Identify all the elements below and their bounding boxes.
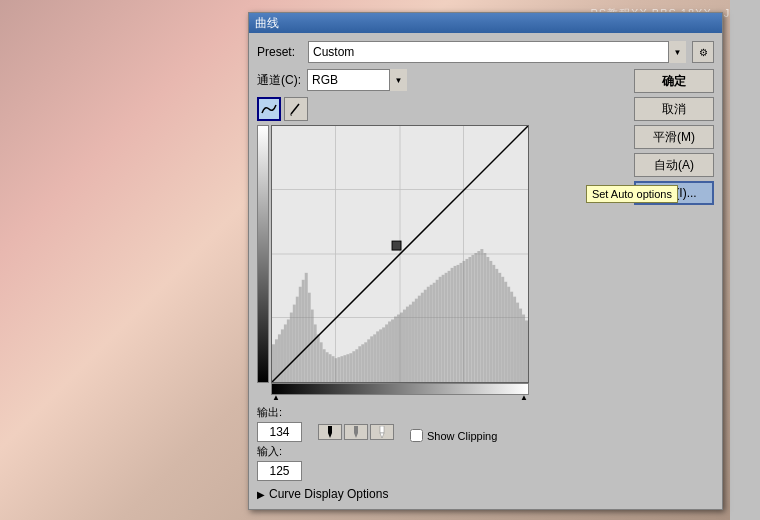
svg-rect-89 xyxy=(510,292,513,382)
curve-display-options-row[interactable]: ▶ Curve Display Options xyxy=(257,487,628,501)
svg-rect-84 xyxy=(495,269,498,382)
svg-rect-15 xyxy=(290,313,293,382)
curve-grid xyxy=(272,126,528,382)
channel-select[interactable]: RGB Red Green Blue xyxy=(307,69,407,91)
svg-rect-13 xyxy=(284,324,287,382)
svg-rect-18 xyxy=(299,287,302,382)
tool-row xyxy=(257,97,628,121)
svg-rect-47 xyxy=(385,324,388,382)
pencil-tool-button[interactable] xyxy=(284,97,308,121)
svg-rect-19 xyxy=(302,280,305,382)
preset-row: Preset: Custom Default Strong Contrast ▼… xyxy=(257,41,714,63)
svg-rect-59 xyxy=(421,293,424,382)
ok-button[interactable]: 确定 xyxy=(634,69,714,93)
preset-menu-button[interactable]: ⚙ xyxy=(692,41,714,63)
svg-rect-45 xyxy=(379,329,382,382)
channel-label: 通道(C): xyxy=(257,72,301,89)
svg-rect-34 xyxy=(346,354,349,382)
svg-rect-50 xyxy=(394,317,397,382)
sampler-icons xyxy=(318,424,394,440)
svg-rect-28 xyxy=(329,354,332,382)
svg-rect-90 xyxy=(513,297,516,382)
input-input[interactable] xyxy=(257,461,302,481)
svg-rect-32 xyxy=(340,356,343,382)
svg-rect-26 xyxy=(323,349,326,382)
svg-rect-87 xyxy=(504,282,507,382)
svg-rect-79 xyxy=(480,249,483,382)
svg-marker-100 xyxy=(354,433,358,438)
svg-rect-21 xyxy=(308,293,311,382)
horizontal-gradient-bar: ▲ ▲ xyxy=(271,383,529,395)
svg-rect-41 xyxy=(367,339,370,382)
channel-row: 通道(C): RGB Red Green Blue ▼ xyxy=(257,69,628,91)
gray-eyedropper-icon xyxy=(348,426,364,438)
svg-rect-77 xyxy=(474,253,477,382)
left-section: 通道(C): RGB Red Green Blue ▼ xyxy=(257,69,628,501)
show-clipping-checkbox[interactable] xyxy=(410,429,423,442)
svg-rect-16 xyxy=(293,305,296,382)
svg-rect-88 xyxy=(507,287,510,382)
svg-rect-24 xyxy=(317,334,320,382)
input-group: 输入: xyxy=(257,444,628,481)
svg-rect-38 xyxy=(358,346,361,382)
cancel-button[interactable]: 取消 xyxy=(634,97,714,121)
svg-rect-55 xyxy=(409,305,412,382)
svg-rect-36 xyxy=(352,351,355,382)
dialog-titlebar[interactable]: 曲线 xyxy=(249,13,722,33)
svg-rect-101 xyxy=(380,426,384,433)
svg-rect-80 xyxy=(483,253,486,382)
svg-rect-60 xyxy=(424,290,427,382)
svg-rect-39 xyxy=(361,344,364,382)
svg-rect-99 xyxy=(354,426,358,433)
svg-rect-78 xyxy=(477,251,480,382)
svg-rect-86 xyxy=(501,277,504,382)
svg-rect-96 xyxy=(392,241,401,250)
black-eyedropper-icon xyxy=(322,426,338,438)
dialog-body: Preset: Custom Default Strong Contrast ▼… xyxy=(249,33,722,509)
gradient-bar-row: ▲ ▲ xyxy=(271,383,628,395)
input-value-group: 输入: xyxy=(257,444,628,481)
svg-rect-69 xyxy=(451,268,454,382)
svg-rect-85 xyxy=(498,273,501,382)
svg-rect-58 xyxy=(418,296,421,382)
svg-rect-68 xyxy=(448,271,451,382)
svg-rect-46 xyxy=(382,327,385,382)
svg-rect-94 xyxy=(525,320,528,382)
svg-rect-66 xyxy=(442,275,445,382)
svg-marker-98 xyxy=(328,433,332,438)
svg-rect-29 xyxy=(332,356,335,382)
curve-tool-button[interactable] xyxy=(257,97,281,121)
output-input[interactable] xyxy=(257,422,302,442)
svg-rect-74 xyxy=(465,259,468,382)
svg-rect-81 xyxy=(486,257,489,382)
input-label: 输入: xyxy=(257,444,628,459)
show-clipping-group: Show Clipping xyxy=(410,429,497,442)
gray-point-sampler[interactable] xyxy=(344,424,368,440)
black-point-sampler[interactable] xyxy=(318,424,342,440)
svg-rect-57 xyxy=(415,299,418,382)
right-buttons-panel: 确定 取消 平滑(M) 自动(A) 选项(I)... xyxy=(634,69,714,501)
values-area: 输出: xyxy=(257,405,628,442)
white-point-sampler[interactable] xyxy=(370,424,394,440)
svg-rect-12 xyxy=(281,329,284,382)
output-group: 输出: xyxy=(257,405,302,442)
auto-button[interactable]: 自动(A) xyxy=(634,153,714,177)
dialog-title: 曲线 xyxy=(255,15,279,32)
svg-rect-51 xyxy=(397,315,400,382)
curve-display-label: Curve Display Options xyxy=(269,487,388,501)
svg-rect-22 xyxy=(311,310,314,382)
preset-select[interactable]: Custom Default Strong Contrast xyxy=(308,41,686,63)
svg-rect-52 xyxy=(400,313,403,382)
preset-label: Preset: xyxy=(257,45,302,59)
curve-display-arrow: ▶ xyxy=(257,489,265,500)
svg-rect-17 xyxy=(296,297,299,382)
svg-rect-53 xyxy=(403,310,406,382)
show-clipping-label: Show Clipping xyxy=(427,430,497,442)
curve-tool-icon xyxy=(261,103,277,115)
svg-rect-93 xyxy=(522,315,525,382)
vertical-gradient-bar xyxy=(257,125,269,383)
smooth-button[interactable]: 平滑(M) xyxy=(634,125,714,149)
right-side-panel xyxy=(730,0,760,520)
svg-rect-30 xyxy=(335,358,338,382)
curve-canvas[interactable] xyxy=(271,125,529,383)
